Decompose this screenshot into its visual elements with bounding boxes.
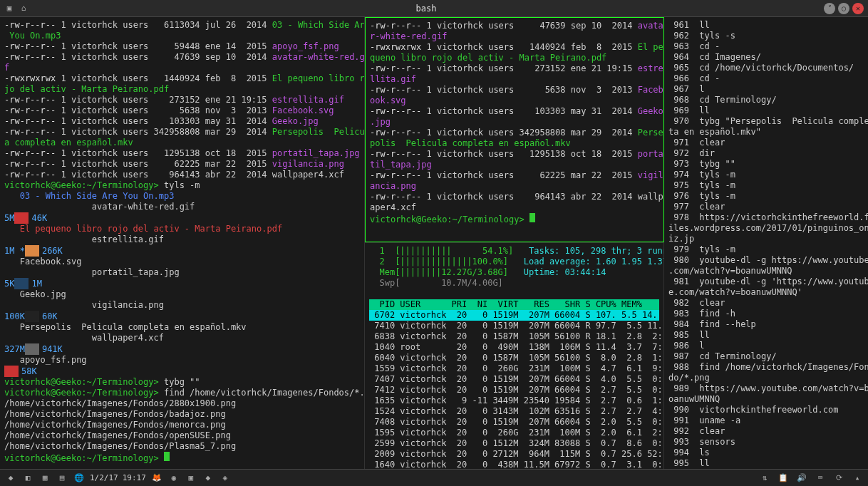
close-button[interactable]: ✕ — [852, 3, 864, 14]
find-result: /home/victorhck/Imagenes/Fondos/2880x190… — [4, 398, 360, 409]
tyls-row: avatar-white-red.gif — [4, 202, 360, 212]
htop-process-row[interactable]: 1595 victorhck 20 0 260G 231M 100M S 2.0… — [369, 428, 659, 438]
prompt-line: victorhck@Geeko:~/Terminology> tybg "" — [4, 377, 360, 388]
tray-network-icon[interactable]: ⇅ — [758, 472, 771, 485]
ls-line: -rw-r--r-- 1 victorhck users 103303 may … — [4, 116, 360, 127]
activities-icon[interactable]: ◧ — [21, 472, 34, 485]
tyls-size-row: 5K 1M — [4, 278, 360, 289]
tray-update-icon[interactable]: ⟳ — [832, 472, 845, 485]
htop-cpu2: 2 [||||||||||||||100.0%] Load average: 1… — [369, 257, 659, 267]
terminal-pane-left[interactable]: -rw-r--r-- 1 victorhck users 6113034 jul… — [0, 17, 365, 469]
minimize-button[interactable]: ˅ — [824, 3, 835, 14]
terminal-pane-middle-top[interactable]: -rw-r--r-- 1 victorhck users 47639 sep 1… — [365, 17, 664, 242]
ls-line: -rwxrwxrwx 1 victorhck users 1440924 feb… — [4, 73, 360, 84]
htop-process-row[interactable]: 2599 victorhck 20 0 1512M 324M 83088 S 0… — [369, 438, 659, 449]
pin-icon[interactable]: ⌂ — [19, 4, 29, 14]
globe-icon[interactable]: 🌐 — [73, 472, 86, 485]
tyls-filename: 03 - Which Side Are You On.mp3 — [4, 191, 360, 202]
history-line: 985 ll — [668, 330, 864, 341]
thumbnail-icon — [25, 311, 39, 322]
history-line: 988 find /home/victorhck/Imagenes/Fon — [668, 362, 864, 373]
ls-line-cont: r-white-red.gif — [370, 31, 659, 42]
history-line: 962 tyls -s — [668, 31, 864, 41]
maximize-button[interactable]: ○ — [838, 3, 849, 14]
htop-process-row[interactable]: 1040 root 20 0 490M 138M 106M S 11.4 3.7… — [369, 342, 659, 353]
ls-line-cont: ook.svg — [370, 95, 659, 106]
htop-process-row[interactable]: 1640 victorhck 20 0 438M 11.5M 67972 S 0… — [369, 460, 659, 469]
htop-process-row[interactable]: 2009 victorhck 20 0 2712M 964M 115M S 0.… — [369, 449, 659, 460]
ls-line-cont: f — [4, 63, 360, 73]
tray-keyboard-icon[interactable]: ⌨ — [814, 472, 827, 485]
history-line: .com/watch?v=boanuwUMNNQ — [668, 266, 864, 276]
find-result: /home/victorhck/Imagenes/Fondos/openSUSE… — [4, 430, 360, 441]
chat-icon[interactable]: ◈ — [219, 472, 232, 485]
htop-process-row[interactable]: 7408 victorhck 20 0 1519M 207M 66004 S 2… — [369, 417, 659, 428]
tray-clipboard-icon[interactable]: 📋 — [777, 472, 790, 485]
tyls-filename: Persepolis Pelicula completa en español.… — [4, 322, 360, 333]
htop-process-row[interactable]: 6838 victorhck 20 0 1587M 105M 56100 R 1… — [369, 331, 659, 342]
history-line: 968 cd Terminology/ — [668, 95, 864, 105]
thumbnail-icon — [25, 245, 39, 257]
find-result: /home/victorhck/Imagenes/Fondos/badajoz.… — [4, 409, 360, 420]
tyls-row: estrellita.gif — [4, 234, 360, 245]
htop-process-row[interactable]: 6702 victorhck 20 0 1519M 207M 66004 S 1… — [369, 310, 659, 321]
taskbar-time[interactable]: 19:17 — [123, 473, 146, 482]
htop-process-row[interactable]: 1524 victorhck 20 0 3143M 102M 63516 S 2… — [369, 406, 659, 417]
ls-line: -rwxrwxrwx 1 victorhck users 1440924 feb… — [370, 42, 659, 53]
find-result: /home/victorhck/Imagenes/Fondos/Plasma5_… — [4, 441, 360, 452]
history-line: 964 cd Imagenes/ — [668, 52, 864, 63]
history-line: 977 clear — [668, 202, 864, 212]
prompt-line[interactable]: victorhck@Geeko:~/Terminology> — [4, 452, 360, 464]
prompt-line[interactable]: victorhck@Geeko:~/Terminology> — [370, 213, 659, 225]
history-line: 984 find --help — [668, 319, 864, 330]
pager-icon[interactable]: ▦ — [38, 472, 51, 485]
kde-menu-icon[interactable]: ◆ — [4, 472, 17, 485]
history-line: 974 tyls -m — [668, 170, 864, 180]
htop-cpu1: 1 [|||||||||| 54.1%] Tasks: 105, 298 thr… — [369, 246, 659, 257]
firefox-icon[interactable]: 🦊 — [150, 472, 163, 485]
tyls-filename: Facebook.svg — [4, 257, 360, 267]
history-line: 978 https://victorhckinthefreeworld.f — [668, 212, 864, 223]
history-line: 981 youtube-dl -g 'https://www.youtub — [668, 276, 864, 287]
chromium-icon[interactable]: ◉ — [167, 472, 180, 485]
history-line: 976 tyls -m — [668, 191, 864, 202]
history-line: 990 victorhckinthefreeworld.com — [668, 405, 864, 415]
ls-line-cont: llita.gif — [370, 74, 659, 85]
thumbnail-icon — [14, 212, 29, 224]
ls-line: -rw-r--r-- 1 victorhck users 273152 ene … — [370, 63, 659, 74]
history-line: 967 l — [668, 84, 864, 95]
htop-process-row[interactable]: 7410 victorhck 20 0 1519M 207M 66004 R 9… — [369, 321, 659, 331]
history-line: 994 ls — [668, 448, 864, 458]
history-line: 989 https://www.youtube.com/watch?v=b — [668, 383, 864, 394]
htop-process-row[interactable]: 7412 victorhck 20 0 1519M 207M 66004 S 2… — [369, 385, 659, 395]
terminal-icon[interactable]: ▣ — [185, 472, 197, 485]
tyls-size-row: 58K — [4, 366, 360, 377]
htop-process-row[interactable]: 1559 victorhck 20 0 260G 231M 100M S 4.7… — [369, 363, 659, 374]
tyls-size-row: 327M 941K — [4, 343, 360, 355]
files-icon[interactable]: ▤ — [56, 472, 68, 485]
history-line: 992 clear — [668, 426, 864, 437]
history-line: 966 cd - — [668, 73, 864, 84]
ls-line-cont: a completa en español.mkv — [4, 138, 360, 148]
htop-process-row[interactable]: 6040 victorhck 20 0 1587M 105M 56100 S 8… — [369, 353, 659, 363]
editor-icon[interactable]: ◆ — [202, 472, 215, 485]
ls-line-cont: ancia.png — [370, 181, 659, 192]
window-titlebar: ▣ ⌂ bash ˅ ○ ✕ — [0, 0, 868, 17]
history-line: 975 tyls -m — [668, 180, 864, 191]
history-line: 963 cd - — [668, 41, 864, 52]
history-line: e.com/watch?v=boanuwUMNNQ' — [668, 287, 864, 298]
ls-line-cont: You On.mp3 — [4, 31, 360, 41]
ls-line-cont: til_tapa.jpg — [370, 160, 659, 170]
tray-volume-icon[interactable]: 🔊 — [795, 472, 808, 485]
ls-line: -rw-r--r-- 1 victorhck users 1295138 oct… — [370, 149, 659, 160]
terminal-pane-htop[interactable]: 1 [|||||||||| 54.1%] Tasks: 105, 298 thr… — [365, 242, 664, 469]
cursor-icon — [164, 452, 170, 461]
history-line: iz.jp — [668, 234, 864, 244]
prompt-line: victorhck@Geeko:~/Terminology> find /hom… — [4, 388, 360, 398]
htop-process-row[interactable]: 1635 victorhck 9 -11 3449M 23540 19584 S… — [369, 395, 659, 406]
history-line: ta en español.mkv" — [668, 127, 864, 138]
terminal-pane-history[interactable]: 961 ll 962 tyls -s 963 cd - 964 cd Image… — [664, 17, 868, 469]
tray-arrow-icon[interactable]: ▴ — [851, 472, 864, 485]
htop-process-row[interactable]: 7407 victorhck 20 0 1519M 207M 66004 S 4… — [369, 374, 659, 385]
taskbar-date[interactable]: 1/2/17 — [90, 473, 118, 482]
